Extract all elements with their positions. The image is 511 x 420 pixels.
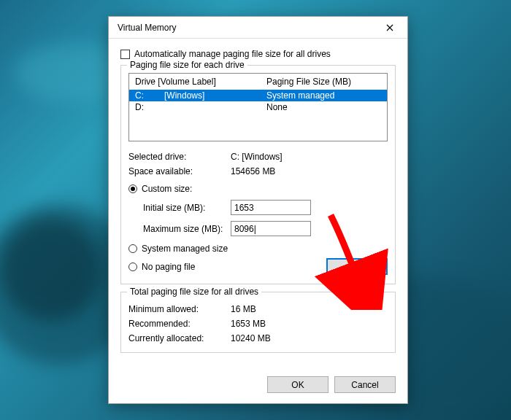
totals-group: Total paging file size for all drives Mi…: [120, 292, 396, 353]
minimum-allowed-value: 16 MB: [231, 304, 256, 314]
auto-manage-label: Automatically manage paging file size fo…: [134, 49, 331, 59]
drive-row[interactable]: D: None: [129, 101, 387, 113]
set-button[interactable]: Set: [326, 258, 388, 275]
paging-file-legend: Paging file size for each drive: [127, 60, 247, 70]
selected-drive-value: C: [Windows]: [231, 152, 283, 162]
custom-size-label: Custom size:: [142, 184, 192, 194]
currently-allocated-value: 10240 MB: [231, 333, 271, 343]
no-paging-label: No paging file: [142, 262, 195, 272]
initial-size-label: Initial size (MB):: [143, 203, 231, 213]
titlebar[interactable]: Virtual Memory: [109, 17, 407, 39]
window-title: Virtual Memory: [118, 23, 375, 33]
drive-volume-label: [Windows]: [164, 90, 266, 101]
drive-row[interactable]: C: [Windows] System managed: [129, 90, 387, 101]
custom-size-radio-row[interactable]: Custom size:: [128, 184, 388, 194]
header-size-label: Paging File Size (MB): [266, 77, 381, 87]
space-available-value: 154656 MB: [231, 166, 275, 176]
drive-volume-label: [164, 102, 266, 112]
virtual-memory-dialog: Virtual Memory Automatically manage pagi…: [108, 16, 408, 404]
close-icon: [386, 22, 393, 34]
system-managed-label: System managed size: [142, 244, 228, 254]
maximum-size-label: Maximum size (MB):: [143, 224, 231, 234]
minimum-allowed-label: Minimum allowed:: [128, 304, 231, 314]
system-managed-radio[interactable]: [128, 244, 137, 253]
ok-button[interactable]: OK: [267, 376, 328, 393]
drive-paging-size: System managed: [266, 90, 381, 101]
recommended-value: 1653 MB: [231, 319, 266, 329]
auto-manage-checkbox-row[interactable]: Automatically manage paging file size fo…: [120, 49, 396, 59]
drive-list[interactable]: Drive [Volume Label] Paging File Size (M…: [128, 73, 388, 141]
drive-paging-size: None: [266, 102, 381, 112]
close-button[interactable]: [375, 18, 404, 37]
auto-manage-checkbox[interactable]: [120, 50, 130, 59]
currently-allocated-label: Currently allocated:: [128, 333, 231, 343]
totals-legend: Total paging file size for all drives: [127, 287, 261, 297]
maximum-size-input[interactable]: [231, 221, 311, 236]
drive-letter: C:: [135, 90, 164, 101]
custom-size-radio[interactable]: [128, 184, 137, 193]
system-managed-radio-row[interactable]: System managed size: [128, 244, 388, 254]
space-available-label: Space available:: [128, 166, 231, 176]
selected-drive-label: Selected drive:: [128, 152, 231, 162]
drive-letter: D:: [135, 102, 164, 112]
cancel-button[interactable]: Cancel: [334, 376, 396, 393]
recommended-label: Recommended:: [128, 319, 231, 329]
no-paging-radio[interactable]: [128, 262, 137, 271]
initial-size-input[interactable]: [231, 200, 311, 215]
header-drive-label: Drive [Volume Label]: [135, 77, 266, 87]
paging-file-group: Paging file size for each drive Drive [V…: [120, 65, 396, 284]
